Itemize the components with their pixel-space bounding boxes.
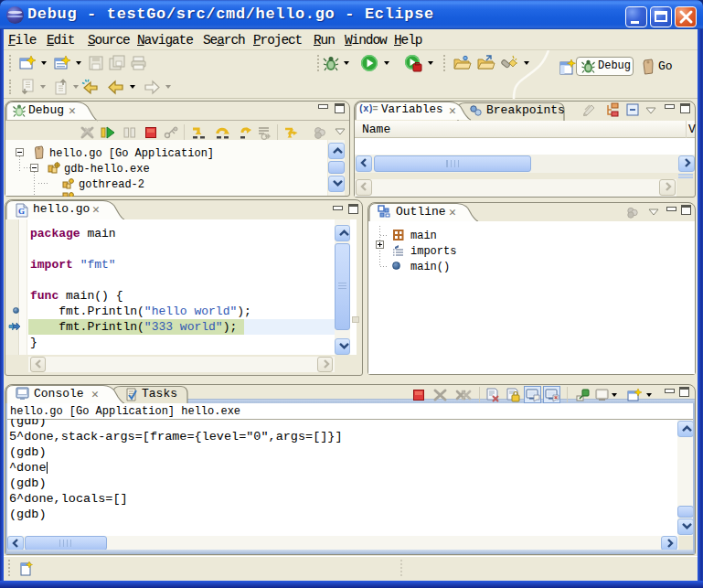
- svg-text:G: G: [18, 207, 25, 216]
